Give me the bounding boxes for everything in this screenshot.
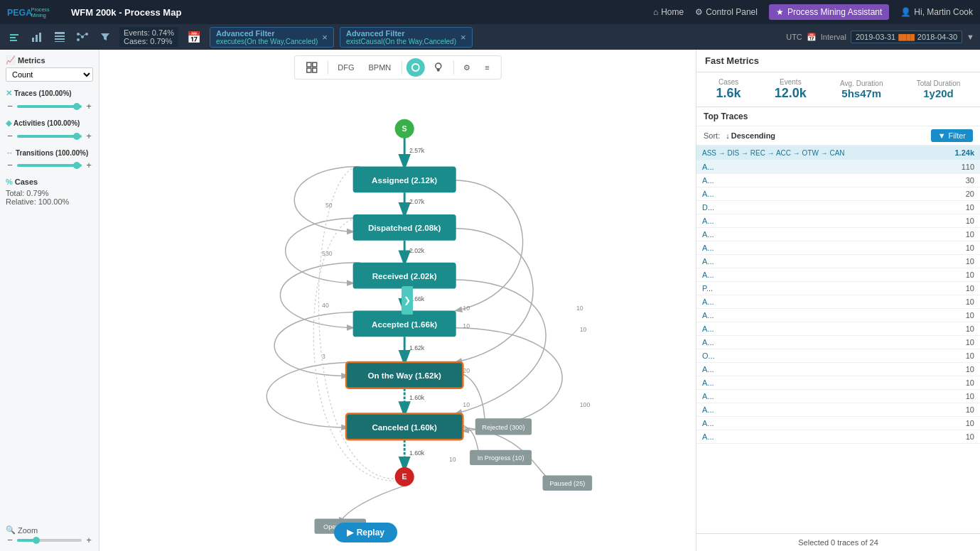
circle-tool[interactable] (406, 58, 424, 77)
tab-graph[interactable] (28, 28, 45, 45)
lightbulb-tool[interactable] (427, 60, 448, 75)
svg-text:3: 3 (322, 353, 325, 360)
svg-rect-5 (10, 40, 17, 41)
filter-button[interactable]: ▼ Filter (931, 129, 973, 142)
selected-traces-footer: Selected 0 traces of 24 (696, 533, 980, 551)
date-range-bar[interactable]: 2019-03-31 ████ 2018-04-30 (851, 31, 962, 43)
transitions-plus[interactable]: + (85, 160, 93, 170)
layout-tool[interactable] (300, 60, 323, 75)
svg-text:E: E (402, 472, 407, 481)
svg-line-17 (80, 34, 82, 37)
close-filter-1-icon[interactable]: × (322, 32, 328, 43)
sub-toolbar: Events: 0.74% Cases: 0.79% 📅 Advanced Fi… (0, 24, 980, 50)
list-item[interactable]: A...10 (696, 322, 980, 336)
app-title: WFM 200k - Process Map (71, 7, 653, 18)
traces-slider-track[interactable] (17, 105, 82, 108)
date-section: UTC 📅 Interval 2019-03-31 ████ 2018-04-3… (786, 31, 974, 43)
zoom-minus[interactable]: − (6, 535, 14, 545)
list-item[interactable]: A...10 (696, 214, 980, 228)
filter-chip-2[interactable]: Advanced Filter existCausal(On the Way,C… (340, 27, 473, 48)
chevron-down-icon[interactable]: ▼ (966, 33, 974, 41)
settings-tool[interactable]: ⚙ (458, 61, 476, 75)
activities-icon: ◆ (6, 119, 11, 128)
zoom-slider-row: − + (6, 535, 93, 545)
svg-text:20: 20 (463, 367, 470, 374)
traces-toolbar: Sort: ↓ Descending ▼ Filter (696, 126, 980, 146)
star-icon: ★ (776, 7, 784, 17)
list-item[interactable]: A...10 (696, 390, 980, 403)
activities-minus[interactable]: − (6, 131, 14, 141)
list-item[interactable]: A...10 (696, 309, 980, 322)
filter-icon: ▼ (938, 131, 946, 140)
svg-text:Dispatched (2.08k): Dispatched (2.08k) (368, 223, 441, 232)
list-item[interactable]: A...10 (696, 255, 980, 268)
process-map-canvas[interactable]: DFG BPMN ⚙ ≡ (99, 50, 696, 551)
list-item[interactable]: P...10 (696, 282, 980, 295)
list-item[interactable]: D...10 (696, 201, 980, 214)
sort-value[interactable]: ↓ Descending (726, 131, 775, 140)
svg-rect-11 (55, 38, 65, 40)
svg-rect-26 (437, 70, 439, 72)
list-item[interactable]: A...10 (696, 376, 980, 390)
list-item[interactable]: A...10 (696, 228, 980, 241)
svg-rect-22 (312, 68, 316, 72)
svg-text:In Progress (10): In Progress (10) (478, 454, 524, 462)
zoom-section: 🔍 Zoom − + (6, 525, 93, 545)
svg-text:10: 10 (576, 305, 583, 312)
activities-slider-track[interactable] (17, 135, 82, 138)
filter-chip-1[interactable]: Advanced Filter executes(On the Way,Canc… (210, 27, 334, 48)
traces-icon: ✕ (6, 89, 12, 98)
avg-duration-metric: Avg. Duration 5hs47m (840, 80, 883, 99)
list-item[interactable]: A...30 (696, 174, 980, 187)
traces-list[interactable]: ASS → DIS → REC → ACC → OTW → CAN 1.24k … (696, 146, 980, 533)
list-item[interactable]: A...20 (696, 187, 980, 201)
tab-network[interactable] (74, 28, 91, 45)
assistant-button[interactable]: ★ Process Mining Assistant (769, 4, 889, 20)
trace-row-first[interactable]: ASS → DIS → REC → ACC → OTW → CAN 1.24k (696, 146, 980, 160)
process-flow-svg: 2.57k 2.07k 2.02k 1.66k 1.62k 1.60k 1.60… (99, 50, 696, 551)
transitions-slider-row: − + (6, 160, 93, 170)
zoom-icon: 🔍 (6, 525, 16, 535)
cases-metric: Cases 1.6k (716, 78, 741, 101)
list-item[interactable]: A...10 (696, 295, 980, 309)
list-item[interactable]: A...10 (696, 417, 980, 430)
calendar-icon[interactable]: 📅 (184, 28, 204, 47)
main-layout: 📈 Metrics Count ✕ Traces (100.00%) − + (0, 50, 980, 551)
list-item[interactable]: A...10 (696, 430, 980, 444)
control-panel-link[interactable]: ⚙ Control Panel (695, 7, 758, 17)
svg-text:Paused (25): Paused (25) (549, 480, 585, 487)
trace-rows-container: A...110A...30A...20D...10A...10A...10A..… (696, 160, 980, 444)
list-item[interactable]: A...10 (696, 363, 980, 376)
zoom-thumb (33, 537, 40, 544)
dfg-button[interactable]: DFG (332, 61, 360, 74)
list-item[interactable]: A...10 (696, 241, 980, 255)
tab-filter[interactable] (97, 28, 114, 45)
list-item[interactable]: A...10 (696, 268, 980, 282)
collapse-panel-button[interactable]: ❯ (402, 286, 413, 315)
traces-minus[interactable]: − (6, 101, 14, 111)
traces-plus[interactable]: + (85, 101, 93, 111)
tab-activities[interactable] (6, 28, 23, 45)
zoom-plus[interactable]: + (85, 535, 93, 545)
transitions-section: ↔ Transitions (100.00%) − + (6, 148, 93, 170)
metrics-select[interactable]: Count (6, 67, 93, 82)
list-item[interactable]: A...110 (696, 160, 980, 174)
list-item[interactable]: O...10 (696, 349, 980, 363)
list-item[interactable]: A...10 (696, 336, 980, 349)
traces-slider-row: − + (6, 101, 93, 111)
home-icon: ⌂ (653, 7, 658, 17)
home-link[interactable]: ⌂ Home (653, 7, 684, 17)
zoom-slider-track[interactable] (17, 539, 82, 542)
transitions-slider-track[interactable] (17, 164, 82, 167)
svg-rect-12 (55, 41, 65, 42)
user-menu[interactable]: 👤 Hi, Martin Cook (900, 7, 973, 17)
list-item[interactable]: A...10 (696, 403, 980, 417)
activities-plus[interactable]: + (85, 131, 93, 141)
tab-table[interactable] (51, 28, 68, 45)
bpmn-button[interactable]: BPMN (363, 61, 397, 74)
list-tool[interactable]: ≡ (479, 61, 495, 74)
close-filter-2-icon[interactable]: × (461, 32, 466, 43)
transitions-minus[interactable]: − (6, 160, 14, 170)
replay-button[interactable]: ▶ Replay (334, 523, 397, 542)
svg-rect-3 (10, 34, 18, 36)
